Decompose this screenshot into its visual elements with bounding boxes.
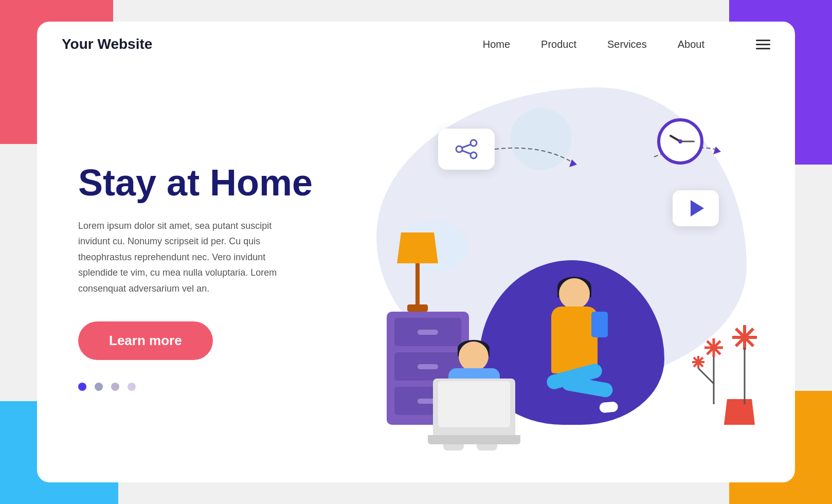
svg-line-8 bbox=[698, 368, 714, 384]
flowers-svg bbox=[688, 312, 770, 404]
nav-home[interactable]: Home bbox=[483, 39, 510, 50]
hero-description: Lorem ipsum dolor sit amet, sea putant s… bbox=[78, 218, 294, 297]
main-nav: Home Product Services About bbox=[483, 39, 770, 50]
clock bbox=[657, 118, 703, 165]
hamburger-menu[interactable] bbox=[756, 40, 770, 49]
main-card: Your Website Home Product Services About… bbox=[37, 22, 795, 482]
lamp-base bbox=[407, 304, 428, 312]
svg-marker-1 bbox=[713, 147, 721, 154]
learn-more-button[interactable]: Learn more bbox=[78, 321, 213, 360]
woman-character bbox=[551, 307, 598, 373]
lamp bbox=[397, 232, 438, 312]
man-body bbox=[448, 368, 500, 425]
clock-face bbox=[657, 118, 703, 165]
hero-illustration bbox=[346, 77, 770, 456]
share-card bbox=[438, 129, 495, 170]
svg-line-5 bbox=[462, 145, 471, 148]
header: Your Website Home Product Services About bbox=[37, 22, 795, 67]
svg-point-4 bbox=[471, 152, 477, 158]
woman-body bbox=[551, 307, 598, 373]
hero-left: Stay at Home Lorem ipsum dolor sit amet,… bbox=[78, 77, 346, 456]
pagination-dots bbox=[78, 383, 346, 391]
hamburger-line-1 bbox=[756, 40, 770, 41]
svg-line-6 bbox=[462, 151, 471, 154]
share-icon bbox=[454, 139, 479, 159]
dot-1[interactable] bbox=[78, 383, 86, 391]
blob-small bbox=[510, 108, 572, 170]
svg-point-2 bbox=[471, 140, 477, 146]
hero-title: Stay at Home bbox=[78, 163, 346, 203]
man-head bbox=[459, 341, 489, 371]
lamp-neck bbox=[415, 263, 420, 304]
nav-about[interactable]: About bbox=[678, 39, 704, 50]
drawer-handle-2 bbox=[418, 364, 438, 369]
drawer-1 bbox=[394, 318, 461, 346]
clock-minute-hand bbox=[680, 141, 695, 142]
hamburger-line-2 bbox=[756, 44, 770, 45]
svg-point-3 bbox=[456, 146, 462, 152]
laptop-base bbox=[428, 435, 520, 444]
clock-center bbox=[678, 139, 682, 143]
drawer-handle-1 bbox=[418, 330, 438, 335]
laptop-screen bbox=[438, 381, 510, 427]
play-icon bbox=[691, 200, 704, 217]
lamp-shade bbox=[397, 232, 438, 263]
nav-product[interactable]: Product bbox=[541, 39, 576, 50]
woman-phone bbox=[591, 312, 608, 337]
woman-head bbox=[559, 278, 590, 309]
man-character bbox=[448, 368, 500, 425]
dot-4[interactable] bbox=[128, 383, 136, 391]
hamburger-line-3 bbox=[756, 48, 770, 49]
flowers-decoration bbox=[724, 399, 755, 425]
nav-services[interactable]: Services bbox=[607, 39, 647, 50]
dot-3[interactable] bbox=[111, 383, 119, 391]
laptop bbox=[433, 379, 515, 435]
site-logo: Your Website bbox=[62, 36, 483, 52]
dot-2[interactable] bbox=[95, 383, 103, 391]
hero-section: Stay at Home Lorem ipsum dolor sit amet,… bbox=[37, 67, 795, 476]
play-card[interactable] bbox=[673, 190, 719, 226]
